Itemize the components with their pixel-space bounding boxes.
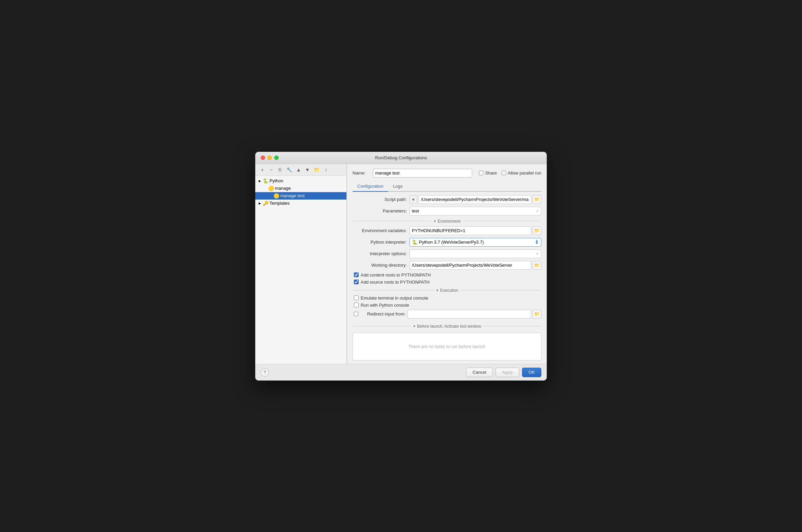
interpreter-row: Python interpreter: 🐍 Python 3.7 (WeVote… <box>353 238 541 247</box>
help-button[interactable]: ? <box>261 368 269 377</box>
move-down-button[interactable]: ▼ <box>304 166 311 173</box>
add-config-button[interactable]: + <box>259 166 266 173</box>
exec-divider-line-left <box>353 290 434 290</box>
parameters-expand-btn[interactable]: ⤢ <box>534 207 541 215</box>
close-button[interactable] <box>261 155 265 160</box>
interpreter-controls: 🐍 Python 3.7 (WeVoteServerPy3.7) ⬇ <box>409 238 541 247</box>
config-tree: ▶ 🐍 Python 🟡 manage 🟡 manage test ▶ 🔑 <box>255 176 347 364</box>
execution-label: Execution <box>440 288 458 293</box>
working-dir-controls: 📁 <box>409 261 541 270</box>
script-path-row: Script path: ▼ 📁 <box>353 195 541 204</box>
run-python-console-row: Run with Python console <box>353 303 541 308</box>
working-dir-input[interactable] <box>409 261 531 270</box>
templates-label: Templates <box>269 201 290 206</box>
emulate-terminal-checkbox[interactable] <box>354 296 359 300</box>
divider-line-left <box>353 221 431 221</box>
add-source-roots-checkbox[interactable] <box>354 280 359 284</box>
env-vars-row: Environment variables: 📁 <box>353 226 541 235</box>
allow-parallel-checkbox[interactable] <box>502 171 506 175</box>
sort-button[interactable]: ↕ <box>322 166 330 173</box>
manage-icon: 🟡 <box>268 186 274 191</box>
move-up-button[interactable]: ▲ <box>295 166 302 173</box>
folder-button[interactable]: 📁 <box>313 166 321 173</box>
redirect-input-checkbox[interactable] <box>354 312 358 316</box>
environment-divider: ▼ Environment <box>353 219 541 224</box>
redirect-input-controls: 📁 <box>407 310 541 319</box>
env-vars-input[interactable] <box>409 226 531 235</box>
add-content-roots-checkbox[interactable] <box>354 272 359 277</box>
interpreter-value: Python 3.7 (WeVoteServerPy3.7) <box>419 240 484 245</box>
execution-divider: ▼ Execution <box>353 288 541 293</box>
bottom-bar: ? Cancel Apply OK <box>255 364 547 381</box>
script-path-input[interactable] <box>418 195 531 204</box>
redirect-input-field[interactable] <box>407 310 531 319</box>
tree-item-templates[interactable]: ▶ 🔑 Templates <box>255 200 347 207</box>
interpreter-select-text: 🐍 Python 3.7 (WeVoteServerPy3.7) <box>412 240 484 245</box>
remove-config-button[interactable]: − <box>267 166 275 173</box>
name-label: Name: <box>353 170 370 175</box>
emulate-terminal-row: Emulate terminal in output console <box>353 296 541 301</box>
tree-toolbar: + − ⎘ 🔧 ▲ ▼ 📁 ↕ <box>255 164 347 176</box>
before-launch-line-left <box>353 326 411 326</box>
config-area: Script path: ▼ 📁 Parameters: ⤢ <box>353 192 541 364</box>
execution-arrow: ▼ <box>436 289 439 292</box>
window-title: Run/Debug Configurations <box>375 155 427 160</box>
name-input[interactable] <box>373 169 472 177</box>
working-dir-folder-btn[interactable]: 📁 <box>533 261 541 270</box>
interpreter-options-input[interactable] <box>409 249 541 258</box>
share-checkbox[interactable] <box>479 171 483 175</box>
tree-item-python[interactable]: ▶ 🐍 Python <box>255 177 347 185</box>
maximize-button[interactable] <box>274 155 279 160</box>
before-launch-label: Before launch: Activate tool window <box>417 324 481 329</box>
manage-label: manage <box>275 186 291 191</box>
execution-toggle[interactable]: ▼ Execution <box>436 288 458 293</box>
tree-item-manage-test[interactable]: 🟡 manage test <box>255 192 347 200</box>
interpreter-options-expand-btn[interactable]: ⤢ <box>534 250 541 258</box>
tree-item-manage[interactable]: 🟡 manage <box>255 185 347 192</box>
script-path-controls: ▼ 📁 <box>409 195 541 204</box>
script-path-folder-btn[interactable]: 📁 <box>533 195 541 204</box>
templates-icon: 🔑 <box>263 201 268 206</box>
before-launch-arrow: ▼ <box>413 325 416 328</box>
environment-arrow: ▼ <box>433 220 436 223</box>
parameters-input[interactable] <box>409 207 541 215</box>
allow-parallel-label: Allow parallel run <box>508 170 541 175</box>
tab-logs[interactable]: Logs <box>388 182 407 192</box>
before-launch-content-area: There are no tasks to run before launch <box>353 333 541 361</box>
copy-config-button[interactable]: ⎘ <box>276 166 284 173</box>
interpreter-label: Python interpreter: <box>353 240 407 245</box>
emulate-terminal-label: Emulate terminal in output console <box>361 296 428 301</box>
environment-toggle[interactable]: ▼ Environment <box>433 219 460 224</box>
script-path-label: Script path: <box>353 197 407 202</box>
cancel-button[interactable]: Cancel <box>466 368 492 377</box>
python-label: Python <box>269 178 283 183</box>
share-area: Share Allow parallel run <box>479 170 541 175</box>
templates-arrow: ▶ <box>258 202 261 205</box>
environment-label: Environment <box>437 219 460 224</box>
tab-configuration[interactable]: Configuration <box>353 182 388 192</box>
before-launch-toggle[interactable]: ▼ Before launch: Activate tool window <box>413 324 481 329</box>
redirect-input-folder-btn[interactable]: 📁 <box>533 310 541 319</box>
share-checkbox-row: Share <box>479 170 497 175</box>
tabs: Configuration Logs <box>353 182 541 192</box>
python-ball-icon: 🐍 <box>412 240 417 245</box>
minimize-button[interactable] <box>267 155 272 160</box>
allow-parallel-row: Allow parallel run <box>502 170 541 175</box>
script-path-dropdown-btn[interactable]: ▼ <box>409 195 417 204</box>
env-vars-folder-btn[interactable]: 📁 <box>533 226 541 235</box>
interpreter-options-label: Interpreter options: <box>353 251 407 256</box>
apply-button[interactable]: Apply <box>496 368 520 377</box>
manage-test-label: manage test <box>280 193 305 198</box>
exec-divider-line-right <box>460 290 541 290</box>
manage-test-icon: 🟡 <box>274 193 279 198</box>
working-dir-row: Working directory: 📁 <box>353 261 541 270</box>
parameters-field: ⤢ <box>409 207 541 215</box>
interpreter-select[interactable]: 🐍 Python 3.7 (WeVoteServerPy3.7) ⬇ <box>409 238 541 247</box>
action-buttons: Cancel Apply OK <box>466 368 541 377</box>
ok-button[interactable]: OK <box>522 368 541 377</box>
edit-defaults-button[interactable]: 🔧 <box>285 166 294 173</box>
run-python-console-checkbox[interactable] <box>354 303 359 307</box>
before-launch-empty-text: There are no tasks to run before launch <box>353 333 541 360</box>
python-expand-arrow: ▶ <box>258 179 261 183</box>
no-tasks-text: There are no tasks to run before launch <box>408 344 486 349</box>
